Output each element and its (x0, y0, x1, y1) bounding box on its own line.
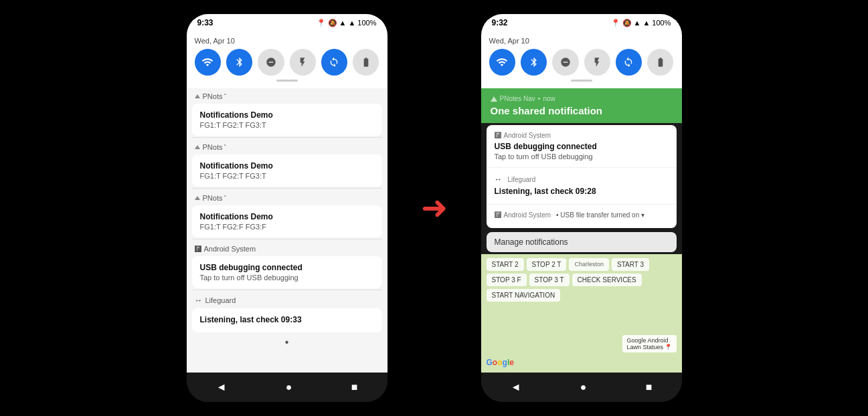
pnots-arrow-1: ˄ (224, 93, 227, 100)
signal-icon: ▲ (348, 19, 355, 27)
map-btn-start3[interactable]: START 3 (612, 258, 649, 271)
map-area: START 2 STOP 2 T Charleston START 3 STOP… (481, 254, 682, 373)
android-app-row-right: 🅿 Android System (495, 132, 669, 139)
pnots-icon-3 (195, 196, 200, 200)
map-poi-label: Google AndroidLawn Statues 📍 (622, 335, 676, 352)
divider-1 (192, 137, 382, 138)
manage-notifications-button[interactable]: Manage notifications (487, 232, 677, 252)
main-container: 9:33 📍 🔕 ▲ ▲ 100% Wed, Apr 10 (0, 0, 868, 416)
lifeguard-app-row-right: ↔ Lifeguard (495, 175, 669, 184)
qs-battery-button[interactable] (353, 49, 379, 76)
r-qs-bluetooth-button[interactable] (521, 49, 547, 76)
qs-sync-button[interactable] (321, 49, 347, 76)
left-notif-header-4: 🅿 Android System (187, 241, 387, 255)
pnots-label-2: PNots (203, 143, 223, 151)
qs-wifi-button[interactable] (195, 49, 221, 76)
red-arrow-icon: ➜ (421, 192, 448, 224)
battery-icon: 100% (357, 19, 376, 27)
right-usb-title: USB debugging connected (495, 142, 669, 151)
android-label-left: Android System (204, 245, 256, 253)
pnots-label-1: PNots (203, 92, 223, 100)
android-label-right: Android System (504, 132, 551, 139)
r-signal-icon: ▲ (642, 19, 650, 27)
usb-transfer-app-row: 🅿 Android System • USB file transfer tur… (495, 211, 669, 219)
notif-body-2: FG1:T FG2:T FG3:T (200, 172, 374, 180)
divider-3 (192, 239, 382, 239)
map-btn-check-services[interactable]: CHECK SERVICES (572, 274, 642, 286)
lifeguard-icon-right: ↔ (495, 175, 503, 184)
green-notif-app: PNotes Nav (500, 95, 535, 102)
green-notif-title: One shared notification (491, 105, 673, 116)
right-status-icons: 📍 🔕 ▲ ▲ 100% (611, 19, 671, 27)
left-notification-list: PNots ˄ Notifications Demo FG1:T FG2:T F… (187, 88, 387, 373)
map-btn-stop2t[interactable]: STOP 2 T (527, 258, 567, 271)
green-notif-app-row: PNotes Nav • now (491, 95, 673, 102)
dot-indicator: • (187, 334, 387, 351)
green-notif-dot: • (538, 95, 541, 102)
notif-title-1: Notifications Demo (200, 110, 374, 120)
right-notif-lifeguard[interactable]: ↔ Lifeguard Listening, last check 09:28 (487, 167, 677, 204)
notif-card-3[interactable]: Notifications Demo FG1:T FG2:F FG3:F (192, 205, 382, 237)
divider-4 (192, 290, 382, 290)
wifi-icon: ▲ (339, 19, 347, 27)
left-qs-buttons (195, 49, 379, 76)
map-btn-stop3f[interactable]: STOP 3 F (487, 274, 527, 286)
r-wifi-icon: ▲ (634, 19, 641, 27)
r-location-icon: 📍 (611, 19, 620, 27)
right-qs-handle (571, 80, 592, 82)
green-notif-time: now (543, 95, 555, 102)
qs-bluetooth-button[interactable] (226, 49, 252, 76)
map-btn-stop3t[interactable]: STOP 3 T (529, 274, 570, 286)
divider-2 (192, 188, 382, 189)
transition-arrow: ➜ (414, 192, 454, 224)
notif-body-4: Tap to turn off USB debugging (200, 274, 374, 282)
right-notif-usb[interactable]: 🅿 Android System USB debugging connected… (487, 125, 677, 167)
map-btn-start2[interactable]: START 2 (487, 258, 524, 271)
google-logo: Google (487, 358, 514, 367)
left-status-bar: 9:33 📍 🔕 ▲ ▲ 100% (187, 14, 387, 31)
lifeguard-label-right: Lifeguard (508, 176, 536, 183)
qs-flashlight-button[interactable] (290, 49, 316, 76)
notif-title-3: Notifications Demo (200, 212, 374, 221)
left-notif-header-2: PNots ˄ (187, 139, 387, 153)
right-notif-usb-transfer[interactable]: 🅿 Android System • USB file transfer tur… (487, 204, 677, 228)
mute-icon: 🔕 (328, 19, 337, 27)
r-qs-flashlight-button[interactable] (584, 49, 610, 76)
map-btn-charleston[interactable]: Charleston (569, 258, 609, 271)
notif-card-4[interactable]: USB debugging connected Tap to turn off … (192, 256, 382, 288)
right-recents-button[interactable]: ■ (646, 381, 653, 393)
left-notif-header-3: PNots ˄ (187, 190, 387, 204)
lifeguard-icon-left: ↔ (195, 296, 203, 305)
notif-card-1[interactable]: Notifications Demo FG1:T FG2:T FG3:T (192, 104, 382, 136)
left-time: 9:33 (197, 18, 213, 27)
notif-card-5[interactable]: Listening, last check 09:33 (192, 308, 382, 332)
left-qs-date: Wed, Apr 10 (195, 37, 379, 45)
left-home-button[interactable]: ● (286, 381, 292, 393)
left-notif-header-5: ↔ Lifeguard (187, 292, 387, 307)
r-qs-battery-button[interactable] (647, 49, 673, 76)
right-home-button[interactable]: ● (580, 381, 587, 393)
left-back-button[interactable]: ◄ (216, 381, 227, 393)
left-notif-header-1: PNots ˄ (187, 88, 387, 102)
pnots-arrow-2: ˄ (224, 144, 227, 150)
location-icon: 📍 (317, 19, 326, 27)
right-time: 9:32 (492, 18, 508, 27)
r-qs-sync-button[interactable] (616, 49, 642, 76)
qs-dnd-button[interactable] (258, 49, 284, 76)
pnots-arrow-3: ˄ (224, 195, 227, 201)
left-recents-button[interactable]: ■ (351, 381, 358, 393)
r-battery-icon: 100% (652, 19, 671, 27)
manage-notifications-label: Manage notifications (495, 237, 568, 247)
android-icon-left: 🅿 (195, 245, 201, 253)
r-qs-wifi-button[interactable] (489, 49, 515, 76)
left-nav-bar: ◄ ● ■ (187, 373, 387, 402)
lifeguard-label-left: Lifeguard (205, 296, 236, 304)
right-usb-body: Tap to turn off USB debugging (495, 152, 669, 161)
green-notification[interactable]: PNotes Nav • now One shared notification (481, 88, 682, 123)
android-transfer-label: Android System (504, 211, 551, 219)
right-phone: 9:32 📍 🔕 ▲ ▲ 100% Wed, Apr 10 (481, 14, 682, 402)
map-btn-start-nav[interactable]: START NAVIGATION (487, 289, 561, 302)
r-qs-dnd-button[interactable] (552, 49, 578, 76)
notif-card-2[interactable]: Notifications Demo FG1:T FG2:T FG3:T (192, 154, 382, 187)
right-back-button[interactable]: ◄ (511, 381, 521, 393)
